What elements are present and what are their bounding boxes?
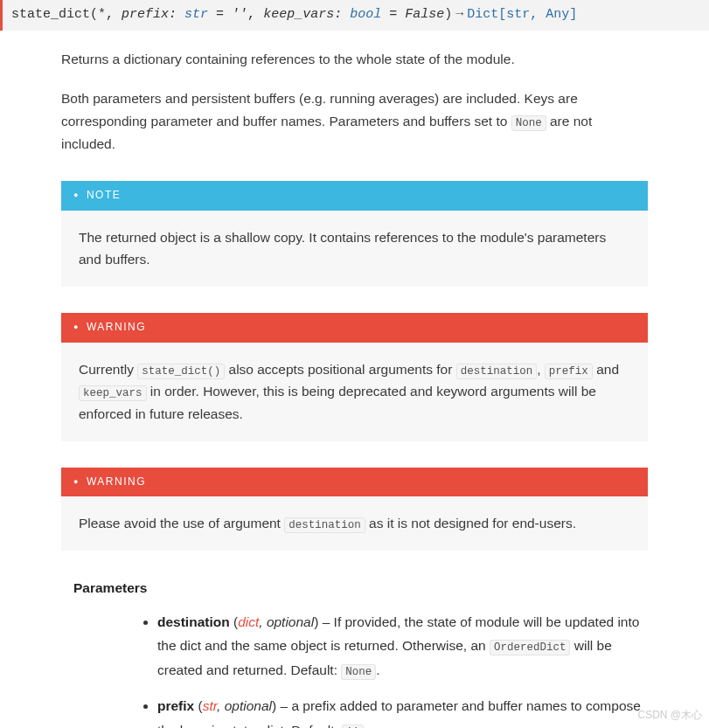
w1-c: , <box>537 362 545 377</box>
parameters-list: destination (dict, optional) – If provid… <box>61 610 648 728</box>
w1-e: in order. However, this is being depreca… <box>79 384 596 421</box>
param-type-dict-link[interactable]: dict <box>238 614 259 629</box>
warning2-body: Please avoid the use of argument destina… <box>61 496 648 551</box>
sig-return-arrow: → <box>452 7 467 22</box>
code-default-none: None <box>341 664 376 680</box>
sig-param2-eq: = <box>381 7 405 22</box>
sig-param2-default: False <box>405 7 444 22</box>
param-prefix: prefix (str, optional) – a prefix added … <box>157 694 648 728</box>
summary-paragraph: Returns a dictionary containing referenc… <box>61 48 648 71</box>
note-title: NOTE <box>61 181 648 211</box>
warning-admonition-2: WARNING Please avoid the use of argument… <box>61 468 648 551</box>
param-name-destination: destination <box>157 614 230 629</box>
param-optional-1: , optional <box>259 614 314 629</box>
code-default-empty: '' <box>342 725 364 728</box>
sig-close: ) <box>444 7 452 22</box>
sig-open: (*, <box>90 7 122 22</box>
sig-return-type-link[interactable]: Dict[str, Any] <box>467 7 577 22</box>
code-destination: destination <box>456 364 538 379</box>
code-keep-vars: keep_vars <box>79 385 147 401</box>
detail-text-a: Both parameters and persistent buffers (… <box>61 91 578 128</box>
note-body: The returned object is a shallow copy. I… <box>61 211 648 287</box>
w1-d: and <box>593 362 619 377</box>
sig-sep1: , <box>247 7 263 22</box>
method-signature: state_dict(*, prefix: str = '', keep_var… <box>0 0 709 31</box>
sig-param1-name: prefix <box>122 7 169 22</box>
param-type-str-link[interactable]: str <box>203 698 217 713</box>
note-text: The returned object is a shallow copy. I… <box>79 226 630 271</box>
code-destination-2: destination <box>284 517 365 533</box>
warning1-text: Currently state_dict() also accepts posi… <box>79 358 630 426</box>
warning1-body: Currently state_dict() also accepts posi… <box>61 343 648 441</box>
sig-param1-type-link[interactable]: str <box>184 7 208 22</box>
code-none: None <box>511 115 546 131</box>
p1-c: . <box>376 662 379 677</box>
parameters-heading: Parameters <box>61 577 648 600</box>
sig-method-name: state_dict <box>11 7 90 22</box>
watermark: CSDN @木心 <box>637 707 702 725</box>
code-ordereddict: OrderedDict <box>490 640 571 655</box>
method-description: Returns a dictionary containing referenc… <box>0 48 709 728</box>
w2-a: Please avoid the use of argument <box>79 516 284 530</box>
sig-param1-eq: = <box>208 7 232 22</box>
warning2-title: WARNING <box>61 468 648 497</box>
note-admonition: NOTE The returned object is a shallow co… <box>61 181 648 287</box>
sig-param2-type-link[interactable]: bool <box>350 7 381 22</box>
w1-b: also accepts positional arguments for <box>225 362 456 377</box>
code-state-dict-call: state_dict() <box>137 364 225 379</box>
sig-param1-default: '' <box>232 7 247 22</box>
warning1-title: WARNING <box>61 313 648 343</box>
p2-b: . <box>364 723 367 728</box>
w2-b: as it is not designed for end-users. <box>365 516 576 530</box>
param-name-prefix: prefix <box>157 698 194 713</box>
warning-admonition-1: WARNING Currently state_dict() also acce… <box>61 313 648 441</box>
code-prefix: prefix <box>545 364 593 379</box>
param-destination: destination (dict, optional) – If provid… <box>157 610 648 683</box>
detail-paragraph: Both parameters and persistent buffers (… <box>61 87 648 155</box>
param-optional-2: , optional <box>217 698 272 713</box>
sig-param2-name: keep_vars <box>263 7 334 22</box>
w1-a: Currently <box>79 362 137 377</box>
warning2-text: Please avoid the use of argument destina… <box>79 512 630 535</box>
